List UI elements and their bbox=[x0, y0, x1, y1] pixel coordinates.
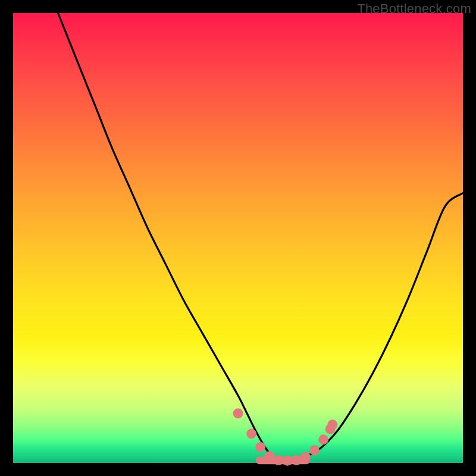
optimal-marker bbox=[309, 445, 320, 455]
optimal-marker bbox=[318, 434, 328, 444]
watermark-text: TheBottleneck.com bbox=[357, 1, 471, 17]
optimal-marker bbox=[300, 452, 311, 462]
chart-svg bbox=[13, 13, 463, 463]
optimal-marker bbox=[264, 451, 274, 461]
optimal-marker bbox=[233, 408, 243, 418]
plot-area bbox=[13, 13, 463, 463]
optimal-marker bbox=[274, 455, 284, 465]
bottleneck-curve bbox=[58, 13, 463, 461]
chart-frame: TheBottleneck.com bbox=[0, 0, 476, 476]
optimal-marker bbox=[283, 456, 293, 466]
optimal-marker bbox=[255, 442, 265, 452]
optimal-marker bbox=[327, 419, 337, 430]
optimal-marker bbox=[246, 428, 256, 439]
optimal-marker bbox=[292, 455, 302, 465]
